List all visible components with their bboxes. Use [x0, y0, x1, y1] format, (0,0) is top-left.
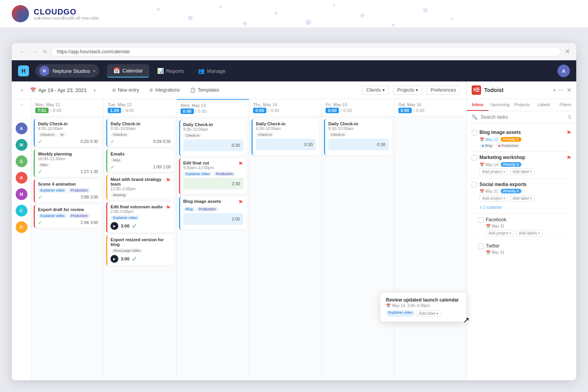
- new-entry-button[interactable]: ⊕ New entry: [109, 86, 142, 94]
- task-weekly-planning[interactable]: Weekly planning 10:00–11:30am Misc ✓ 1:2…: [34, 149, 101, 177]
- add-project-button[interactable]: Add project ▾: [486, 230, 514, 237]
- clients-filter[interactable]: Clients ▾: [362, 85, 389, 95]
- task-edit-voiceover[interactable]: Edit final voiceover audio 2:00–5:00pm E…: [106, 202, 174, 233]
- sort-icon[interactable]: ⇅: [568, 114, 572, 120]
- time-slot4: 0:30: [256, 139, 316, 150]
- calendar-days: Mon, May 11 7:51 / 8:00 Daily Check-in: [31, 99, 467, 380]
- task-checkbox[interactable]: [478, 217, 483, 223]
- start-timer-button[interactable]: ▶: [110, 222, 118, 230]
- task-timer-text: 0:29/ 0:30: [153, 139, 170, 144]
- wednesday-goal: 5:00: [198, 109, 206, 114]
- todo-task-social-media: Social media exports 📅 May 31 Priority 3: [472, 179, 572, 214]
- task-scene4[interactable]: Scene 4 animation Explainer video Produc…: [34, 179, 101, 202]
- task-checkbox[interactable]: [472, 182, 477, 188]
- wednesday-sep: /: [195, 109, 197, 114]
- search-input[interactable]: [481, 114, 564, 120]
- task-flag-icon[interactable]: ⚑: [566, 155, 572, 161]
- task-blog-image[interactable]: Blog image assets ⚑ Blog Production: [179, 197, 246, 229]
- row-label-D: D: [16, 221, 27, 233]
- todoist-nav-inbox[interactable]: Inbox: [467, 99, 488, 111]
- monday-tracked: 7:51: [35, 108, 49, 113]
- task-emails[interactable]: Emails Misc ✓ 1:00/ 1:00: [106, 149, 174, 172]
- label-dot: [482, 145, 484, 147]
- back-button[interactable]: ←: [18, 48, 27, 56]
- subtask-toggle-button[interactable]: ∨ 2 subtasks: [479, 205, 502, 210]
- task-daily-checkin-fri[interactable]: Daily Check-in 9:30–10:00am Check-in 0:3…: [324, 119, 391, 155]
- row-label-M: M: [16, 139, 27, 151]
- task-checkbox[interactable]: [478, 244, 483, 249]
- row-label-C: C: [16, 205, 27, 217]
- task-name: Blog image assets: [183, 199, 221, 204]
- task-checkbox[interactable]: [472, 155, 477, 161]
- label-blog: Blog: [479, 143, 494, 148]
- play-icon: ▶: [113, 224, 116, 228]
- day-monday-body: Daily Check-in 9:30–10:00am Check-in M ✓…: [31, 117, 103, 380]
- todo-task-facebook: Facebook 📅 May 31 Add project ▾: [472, 214, 572, 240]
- todo-task-header: Marketing workshop ⚑: [472, 155, 572, 161]
- integrations-button[interactable]: ⊕ Integrations: [146, 86, 183, 94]
- todo-task-labels: Blog Production: [479, 143, 572, 148]
- popup-add-label-button[interactable]: Add label ▾: [416, 310, 441, 317]
- time-slot3: 2:00: [183, 213, 243, 225]
- calendar-icon: 📅: [113, 67, 120, 74]
- user-avatar[interactable]: A: [557, 65, 570, 77]
- start-timer-button2[interactable]: ▶: [110, 255, 118, 263]
- day-friday-body: Daily Check-in 9:30–10:00am Check-in 0:3…: [322, 117, 394, 380]
- task-daily-checkin-tue[interactable]: Daily Check-in 9:30–10:00am Check-in ✓ 0…: [106, 119, 174, 147]
- add-label-button[interactable]: Add label ▾: [510, 195, 535, 202]
- task-flag-icon[interactable]: ⚑: [566, 130, 572, 136]
- todoist-menu-button[interactable]: ···: [559, 87, 564, 94]
- tab-reports[interactable]: 📊 Reports: [151, 64, 190, 78]
- brand-text: CLOUDGO GIẢI PHÁP CHUYỂN ĐỔI SỐ TINH GỌN: [34, 7, 99, 20]
- day-saturday-time: 0:00 / 0:00: [398, 108, 463, 113]
- workspace-selector[interactable]: N Neptune Studios ▾: [35, 64, 99, 78]
- todoist-chevron-icon: ▾: [554, 88, 555, 92]
- preferences-button[interactable]: Preferences: [426, 85, 460, 95]
- todoist-nav-upcoming[interactable]: Upcoming: [488, 99, 511, 111]
- tab-manage[interactable]: 👥 Manage: [192, 64, 232, 78]
- todoist-nav-filters[interactable]: Filters: [555, 99, 576, 111]
- todoist-close-button[interactable]: ✕: [567, 87, 572, 93]
- task-time: 9:30–10:00am: [256, 126, 316, 131]
- date-range-text: Apr 19 - Apr 23, 2021: [38, 87, 87, 93]
- forward-button[interactable]: →: [31, 48, 39, 56]
- tab-calendar[interactable]: 📅 Calendar: [107, 64, 149, 78]
- task-checkbox[interactable]: [472, 130, 477, 135]
- task-daily-checkin-wed[interactable]: Daily Check-in 9:30–10:00am Check-in 0:3…: [179, 120, 246, 156]
- date-range: 📅 Apr 19 - Apr 23, 2021: [30, 87, 87, 93]
- refresh-button[interactable]: ↻: [43, 49, 47, 54]
- subtask-toggle: ∨ 2 subtasks: [479, 203, 572, 210]
- add-labels-button[interactable]: Add labels ▾: [516, 230, 543, 237]
- projects-chevron-icon: ▾: [416, 87, 418, 93]
- day-friday-time: 0:00 / 0:30: [326, 108, 390, 113]
- add-project-button[interactable]: Add project ▾: [479, 195, 508, 202]
- add-label-button[interactable]: Add label ▾: [510, 168, 535, 175]
- todoist-nav-labels[interactable]: Labels: [533, 99, 554, 111]
- task-edit-final-cut[interactable]: Edit final cut 9:30am–12:00pm ⚑ Explaine…: [179, 158, 246, 194]
- next-week-button[interactable]: ›: [90, 85, 99, 95]
- task-export-draft[interactable]: Export draft for review Explainer video …: [34, 205, 101, 228]
- cursor-icon: ↗: [463, 315, 470, 325]
- task-timer-text: 1:00/ 1:00: [153, 165, 170, 169]
- todoist-title: Todoist: [484, 87, 550, 93]
- url-bar[interactable]: [51, 47, 561, 56]
- add-project-button[interactable]: Add project ▾: [479, 168, 508, 175]
- day-thursday-header: Thu, May 14 0:00 / 0:30: [249, 99, 321, 117]
- task-meet-brand[interactable]: Meet with brand strategy team 12:00–2:00…: [106, 175, 174, 200]
- prev-week-button[interactable]: ‹: [18, 85, 26, 95]
- task-tags: Explainer video Production: [38, 213, 98, 218]
- templates-button[interactable]: 📋 Templates: [187, 86, 223, 94]
- todoist-nav: Inbox Upcoming Projects Labels Filters: [467, 99, 576, 111]
- todo-actions: Add project ▾ Add label ▾: [479, 195, 572, 202]
- todoist-nav-projects[interactable]: Projects: [511, 99, 533, 111]
- todoist-search-bar: 🔍 ⇅: [467, 111, 576, 123]
- task-daily-checkin-thu[interactable]: Daily Check-in 9:30–10:00am Check-in 0:3…: [251, 119, 319, 155]
- task-time: 9:30am–12:00pm: [183, 166, 214, 170]
- close-tab-button[interactable]: ✕: [565, 48, 570, 55]
- task-timer-text: 3:08/ 3:00: [81, 195, 98, 199]
- projects-filter[interactable]: Projects ▾: [393, 85, 422, 95]
- calendar-small-icon: 📅: [486, 250, 490, 255]
- task-daily-checkin-mon[interactable]: Daily Check-in 9:30–10:00am Check-in M ✓…: [34, 119, 101, 147]
- task-export-resized[interactable]: Export resized version for blog About pa…: [106, 235, 174, 266]
- branding-bar: CLOUDGO GIẢI PHÁP CHUYỂN ĐỔI SỐ TINH GỌN: [0, 0, 588, 27]
